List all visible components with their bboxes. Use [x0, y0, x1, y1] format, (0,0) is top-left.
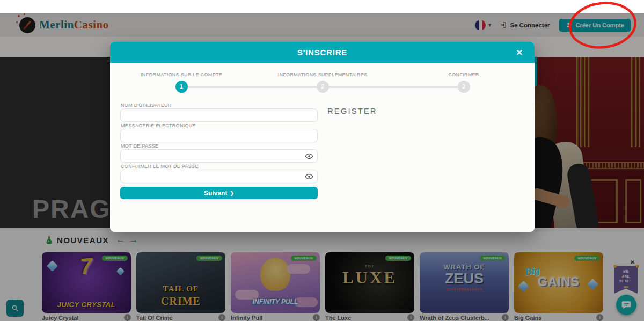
step-circle-3: 3 — [458, 81, 470, 93]
step-label-2: INFORMATIONS SUPPLÉMENTAIRES — [278, 72, 368, 77]
step-label-1: INFORMATIONS SUR LE COMPTE — [141, 72, 222, 77]
step-circle-1-active: 1 — [175, 81, 188, 93]
modal-title: S'INSCRIRE — [110, 42, 535, 63]
eye-icon[interactable] — [305, 152, 313, 160]
close-icon[interactable]: ✕ — [516, 42, 523, 63]
password-field[interactable] — [120, 149, 318, 163]
top-white-strip — [0, 0, 644, 13]
email-label: MESSAGERIE ÉLECTRONIQUE — [121, 123, 318, 128]
signup-form: NOM D'UTILISATEUR MESSAGERIE ÉLECTRONIQU… — [120, 103, 318, 199]
signup-stepper: INFORMATIONS SUR LE COMPTE INFORMATIONS … — [110, 72, 535, 100]
username-field[interactable] — [120, 108, 318, 122]
confirm-password-field[interactable] — [120, 170, 318, 183]
next-button[interactable]: Suivant ❯ — [120, 187, 318, 199]
step-label-3: CONFIRMER — [448, 72, 479, 77]
signup-modal: S'INSCRIRE ✕ INFORMATIONS SUR LE COMPTE … — [110, 42, 535, 232]
password-label: MOT DE PASSE — [121, 143, 318, 149]
username-label: NOM D'UTILISATEUR — [121, 103, 318, 108]
confirm-password-label: CONFIRMER LE MOT DE PASSE — [121, 164, 318, 169]
chevron-right-icon: ❯ — [230, 191, 234, 196]
register-side-text: REGISTER — [327, 106, 377, 115]
next-button-label: Suivant — [204, 189, 227, 197]
modal-header: S'INSCRIRE ✕ — [110, 42, 535, 63]
step-circle-2: 2 — [317, 81, 329, 93]
page: MerlinCasino ▾ Se Connecter Créer Un Com… — [0, 0, 644, 321]
email-field[interactable] — [120, 129, 318, 142]
eye-icon[interactable] — [305, 172, 313, 181]
